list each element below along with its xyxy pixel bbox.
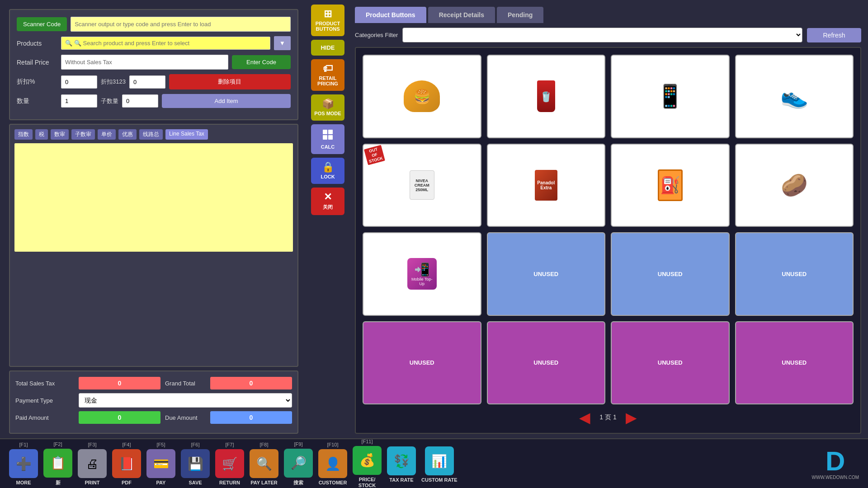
toolbar-new[interactable]: [F2] 📋 新 (43, 441, 72, 486)
customer-button[interactable]: 👤 (318, 449, 347, 478)
f1-key: [F1] (19, 442, 28, 447)
quantity-input[interactable] (61, 94, 97, 108)
custom-rate-button[interactable]: 📊 (425, 446, 454, 475)
product-cell-panadol[interactable]: Panadol Extra (487, 144, 606, 227)
toolbar-pay[interactable]: [F5] 💳 PAY (146, 442, 175, 485)
scanner-input[interactable] (71, 17, 291, 32)
customer-icon: 👤 (325, 456, 341, 471)
price-stock-button[interactable]: 💰 (353, 446, 382, 475)
product-cell-cream[interactable]: OUTOFSTOCK NIVEA CREAM 250ML (363, 144, 481, 227)
delete-item-button[interactable]: 删除项目 (169, 74, 291, 89)
product-buttons-sidebar-btn[interactable]: ⊞ PRODUCTBUTTONS (311, 5, 344, 36)
retail-price-input[interactable] (61, 55, 228, 70)
product-cell-mobile-topup[interactable]: 📲 Mobile Top-Up (363, 232, 481, 316)
close-btn[interactable]: ✕ 关闭 (311, 188, 344, 215)
return-label: RETURN (219, 480, 240, 485)
product-cell-cola[interactable]: 🥤 (487, 55, 606, 138)
toolbar-custom-rate[interactable]: 📊 CUSTOM RATE (421, 445, 458, 483)
tag-unit-price[interactable]: 单价 (98, 129, 116, 140)
paid-amount-label: Paid Amount (15, 414, 74, 421)
toolbar-price-stock[interactable]: [F11] 💰 PRICE/STOCK (353, 439, 382, 488)
toolbar-more[interactable]: [F1] ➕ MORE (9, 442, 38, 485)
discount-input[interactable] (61, 75, 97, 89)
pay-later-button[interactable]: 🔍 (250, 449, 278, 478)
calc-btn[interactable]: CALC (311, 124, 344, 154)
next-page-button[interactable]: ▶ (626, 409, 637, 426)
more-button[interactable]: ➕ (9, 449, 38, 478)
toolbar-return[interactable]: [F7] 🛒 RETURN (215, 442, 244, 485)
product-cell-phone[interactable]: 📱 (611, 55, 730, 138)
logo-letter: D (826, 448, 845, 475)
product-cell-unused-7[interactable]: UNUSED (735, 321, 854, 405)
discount3123-input[interactable] (129, 75, 165, 89)
tag-discount[interactable]: 优惠 (118, 129, 137, 140)
save-button[interactable]: 💾 (181, 449, 210, 478)
search-toolbar-icon: 🔎 (291, 455, 307, 470)
more-icon: ➕ (16, 456, 32, 471)
product-cell-potato[interactable]: 🥔 (735, 144, 854, 227)
toolbar-tax-rate[interactable]: 💱 TAX RATE (387, 445, 416, 483)
hide-btn[interactable]: HIDE (311, 40, 344, 56)
product-cell-unused-1[interactable]: UNUSED (487, 232, 606, 316)
toolbar-search[interactable]: [F9] 🔎 搜索 (284, 441, 313, 486)
add-item-button[interactable]: Add Item (162, 94, 291, 108)
tax-rate-button[interactable]: 💱 (387, 446, 416, 475)
product-cell-unused-5[interactable]: UNUSED (487, 321, 606, 405)
product-cell-fuel[interactable]: ⛽ (611, 144, 730, 227)
product-cell-shoe[interactable]: 👟 (735, 55, 854, 138)
enter-code-button[interactable]: Enter Code (232, 55, 291, 69)
pdf-button[interactable]: 📕 (112, 449, 141, 478)
search-button[interactable]: 🔎 (284, 449, 313, 478)
tag-line-total[interactable]: 线路总 (139, 129, 163, 140)
tab-product-buttons[interactable]: Product Buttons (355, 7, 426, 23)
tabs-row: Product Buttons Receipt Details Pending (355, 7, 861, 23)
f5-key: [F5] (157, 442, 165, 447)
scanner-code-button[interactable]: Scanner Code (17, 17, 67, 31)
product-dropdown-btn[interactable]: ▼ (274, 36, 291, 50)
print-button[interactable]: 🖨 (78, 449, 107, 478)
f9-key: [F9] (294, 441, 303, 447)
product-cell-unused-3[interactable]: UNUSED (735, 232, 854, 316)
toolbar-pdf[interactable]: [F4] 📕 PDF (112, 442, 141, 485)
page-info: 1 页 1 (599, 413, 616, 422)
line-header: 指数 税 数审 子数审 单价 优惠 线路总 Line Sales Tax (14, 129, 293, 140)
toolbar-customer[interactable]: [F10] 👤 CUSTOMER (318, 442, 347, 485)
payment-type-select[interactable]: 现金 (79, 393, 292, 408)
svg-rect-0 (323, 130, 327, 134)
sub-quantity-input[interactable] (122, 94, 158, 108)
toolbar-print[interactable]: [F3] 🖨 PRINT (78, 442, 107, 485)
product-cell-unused-4[interactable]: UNUSED (363, 321, 481, 405)
toolbar-save[interactable]: [F6] 💾 SAVE (181, 442, 210, 485)
return-button[interactable]: 🛒 (215, 449, 244, 478)
tab-pending[interactable]: Pending (497, 7, 543, 23)
tag-sub-audit[interactable]: 子数审 (71, 129, 95, 140)
retail-pricing-btn[interactable]: 🏷 RETAILPRICING (311, 59, 344, 91)
new-button[interactable]: 📋 (43, 449, 72, 478)
tag-line-sales-tax[interactable]: Line Sales Tax (165, 129, 208, 140)
product-cell-unused-6[interactable]: UNUSED (611, 321, 730, 405)
tag-tax[interactable]: 税 (35, 129, 48, 140)
tag-index[interactable]: 指数 (14, 129, 33, 140)
pos-mode-label: POS MODE (314, 111, 341, 116)
pay-later-icon: 🔍 (256, 456, 272, 471)
save-icon: 💾 (188, 456, 203, 471)
product-cell-unused-2[interactable]: UNUSED (611, 232, 730, 316)
total-sales-tax-value: 0 (79, 377, 160, 389)
product-cell-mcdonalds[interactable]: 🍔 (363, 55, 481, 138)
tag-audit[interactable]: 数审 (51, 129, 69, 140)
prev-page-button[interactable]: ◀ (579, 409, 590, 426)
toolbar-pay-later[interactable]: [F8] 🔍 PAY LATER (250, 442, 278, 485)
categories-filter-select[interactable] (402, 28, 802, 42)
unused-label-6: UNUSED (658, 359, 683, 366)
pay-button[interactable]: 💳 (146, 449, 175, 478)
out-of-stock-badge: OUTOFSTOCK (364, 145, 385, 165)
save-label: SAVE (189, 480, 202, 485)
left-arrow-icon: ◀ (579, 409, 590, 426)
pos-mode-btn[interactable]: 📦 POS MODE (311, 94, 344, 121)
tab-receipt-details[interactable]: Receipt Details (428, 7, 495, 23)
pay-icon: 💳 (153, 456, 169, 471)
discount-label: 折扣% (17, 78, 57, 86)
refresh-button[interactable]: Refresh (807, 28, 861, 42)
product-search-input[interactable] (74, 40, 266, 47)
lock-btn[interactable]: 🔒 LOCK (311, 158, 344, 184)
